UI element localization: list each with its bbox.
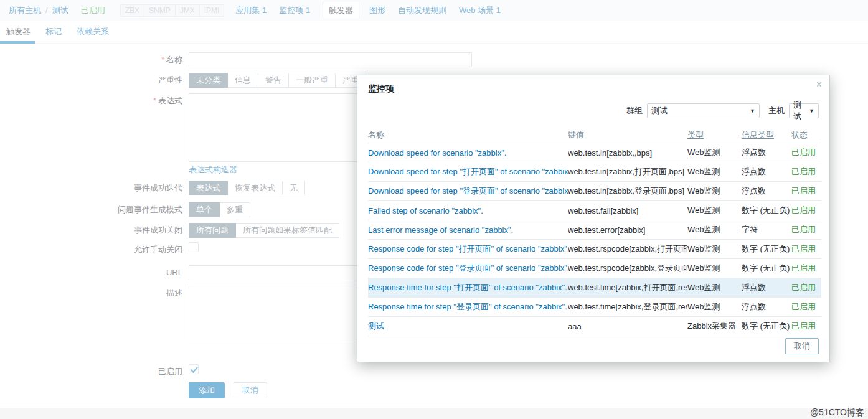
host-select-value: 测试 — [793, 100, 805, 122]
item-info-type: 字符 — [742, 225, 758, 234]
nav-item[interactable]: 触发器 — [323, 2, 359, 19]
item-info-type: 浮点数 — [742, 148, 766, 157]
nav-item[interactable]: 自动发现规则 — [398, 5, 446, 16]
breadcrumb-host[interactable]: 测试 — [52, 5, 68, 16]
group-select[interactable]: 测试 ▼ — [647, 103, 760, 118]
item-name-link[interactable]: Response time for step "打开页面" of scenari… — [368, 283, 567, 292]
item-name-link[interactable]: Download speed for step "登录页面" of scenar… — [368, 186, 568, 195]
item-name-link[interactable]: Download speed for step "打开页面" of scenar… — [368, 167, 568, 176]
ok-event-generation-option[interactable]: 恢复表达式 — [228, 181, 283, 195]
item-status-badge[interactable]: 已启用 — [791, 225, 816, 234]
agent-availability-badges: ZBXSNMPJMXIPMI — [120, 4, 225, 17]
severity-option[interactable]: 信息 — [228, 73, 258, 88]
item-name-link[interactable]: Download speed for scenario "zabbix". — [368, 148, 506, 158]
item-key: web.test.error[zabbix] — [568, 225, 645, 235]
item-type: Web监测 — [687, 186, 720, 195]
expression-label: *表达式 — [0, 93, 182, 108]
expression-constructor-row: 表达式构造器 — [0, 164, 237, 176]
table-row: Download speed for step "打开页面" of scenar… — [368, 162, 821, 182]
tab[interactable]: 触发器 — [6, 26, 31, 37]
chevron-down-icon: ▼ — [746, 108, 755, 114]
description-label: 描述 — [0, 286, 182, 301]
table-row: Download speed for scenario "zabbix".web… — [368, 143, 821, 162]
nav-item[interactable]: 图形 — [369, 5, 385, 16]
enabled-label: 已启用 — [0, 364, 182, 379]
problem-event-mode-option[interactable]: 单个 — [189, 202, 220, 217]
enabled-row: 已启用 — [0, 364, 199, 379]
agent-badge-zbx: ZBX — [120, 4, 144, 17]
item-name-link[interactable]: Failed step of scenario "zabbix". — [368, 206, 483, 215]
item-status-badge[interactable]: 已启用 — [791, 148, 816, 157]
item-type: Web监测 — [687, 263, 720, 273]
tab[interactable]: 标记 — [45, 26, 62, 37]
item-type: Web监测 — [687, 302, 720, 311]
modal-filter-row: 群组 测试 ▼ 主机 测试 ▼ — [626, 103, 819, 118]
severity-option[interactable]: 警告 — [258, 73, 289, 88]
column-header[interactable]: 类型 — [687, 130, 704, 139]
ok-event-generation-option[interactable]: 无 — [283, 181, 305, 195]
form-tabs: 触发器标记依赖关系 — [0, 21, 868, 44]
severity-option[interactable]: 一般严重 — [289, 73, 336, 88]
watermark: @51CTO博客 — [810, 407, 864, 418]
enabled-checkbox[interactable] — [189, 364, 199, 374]
item-key: web.test.time[zabbix,打开页面,resp] — [568, 283, 687, 292]
item-status-badge[interactable]: 已启用 — [791, 283, 816, 292]
modal-cancel-button[interactable]: 取消 — [785, 338, 819, 354]
column-header: 键值 — [568, 130, 584, 139]
item-key: aaa — [568, 322, 582, 331]
column-header[interactable]: 信息类型 — [742, 130, 774, 139]
required-asterisk: * — [161, 55, 164, 64]
table-row: Response code for step "登录页面" of scenari… — [368, 259, 821, 278]
nav-item[interactable]: Web 场景 1 — [459, 5, 501, 16]
item-status-badge[interactable]: 已启用 — [791, 302, 816, 311]
item-key: web.test.in[zabbix,登录页面,bps] — [568, 186, 684, 195]
item-status-badge[interactable]: 已启用 — [791, 186, 816, 195]
screen: 所有主机 / 测试 已启用 ZBXSNMPJMXIPMI 应用集 1监控项 1触… — [0, 0, 868, 419]
host-nav-menu: 应用集 1监控项 1触发器图形自动发现规则Web 场景 1 — [235, 2, 513, 19]
item-name-link[interactable]: Last error message of scenario "zabbix". — [368, 225, 513, 235]
item-info-type: 数字 (无正负) — [742, 244, 790, 253]
nav-item[interactable]: 监控项 1 — [279, 5, 310, 16]
close-icon[interactable]: × — [816, 79, 822, 90]
name-input[interactable] — [189, 52, 472, 67]
agent-badge-ipmi: IPMI — [200, 4, 225, 17]
ok-event-generation-option[interactable]: 表达式 — [189, 181, 228, 195]
allow-manual-close-label: 允许手动关闭 — [0, 242, 182, 257]
items-table: 名称键值类型信息类型状态Download speed for scenario … — [368, 127, 821, 336]
breadcrumb-all-hosts[interactable]: 所有主机 — [9, 5, 41, 16]
ok-event-closes-segmented: 所有问题所有问题如果标签值匹配 — [189, 223, 339, 238]
url-label: URL — [0, 265, 182, 280]
footer-bar — [0, 408, 868, 419]
tab[interactable]: 依赖关系 — [77, 26, 109, 37]
item-status-badge[interactable]: 已启用 — [791, 263, 816, 273]
table-row: Response code for step "打开页面" of scenari… — [368, 240, 821, 259]
chevron-down-icon: ▼ — [805, 108, 814, 114]
allow-manual-close-checkbox[interactable] — [189, 242, 199, 252]
item-name-link[interactable]: Response time for step "登录页面" of scenari… — [368, 302, 567, 311]
ok-event-closes-option[interactable]: 所有问题如果标签值匹配 — [236, 223, 339, 238]
problem-event-mode-row: 问题事件生成模式 单个多重 — [0, 202, 250, 217]
add-button[interactable]: 添加 — [189, 382, 225, 398]
nav-item[interactable]: 应用集 1 — [235, 5, 267, 16]
ok-event-closes-row: 事件成功关闭 所有问题所有问题如果标签值匹配 — [0, 223, 339, 238]
problem-event-mode-label: 问题事件生成模式 — [0, 202, 182, 217]
item-name-link[interactable]: Response code for step "登录页面" of scenari… — [368, 263, 568, 273]
ok-event-closes-option[interactable]: 所有问题 — [189, 223, 236, 238]
item-name-link[interactable]: 测试 — [368, 321, 384, 331]
item-status-badge[interactable]: 已启用 — [791, 167, 816, 176]
item-type: Web监测 — [687, 283, 720, 292]
expression-constructor-link[interactable]: 表达式构造器 — [189, 165, 237, 174]
host-select[interactable]: 测试 ▼ — [789, 103, 819, 118]
item-name-link[interactable]: Response code for step "打开页面" of scenari… — [368, 244, 568, 253]
agent-badge-snmp: SNMP — [144, 4, 176, 17]
table-row: Failed step of scenario "zabbix".web.tes… — [368, 201, 821, 220]
problem-event-mode-option[interactable]: 多重 — [220, 202, 250, 217]
severity-option[interactable]: 未分类 — [189, 73, 228, 88]
cancel-button[interactable]: 取消 — [234, 382, 267, 398]
column-header: 状态 — [791, 130, 808, 139]
item-status-badge[interactable]: 已启用 — [791, 205, 816, 215]
item-type: Web监测 — [687, 148, 720, 157]
item-status-badge[interactable]: 已启用 — [791, 321, 816, 331]
required-asterisk: * — [153, 96, 156, 105]
item-status-badge[interactable]: 已启用 — [791, 244, 816, 253]
